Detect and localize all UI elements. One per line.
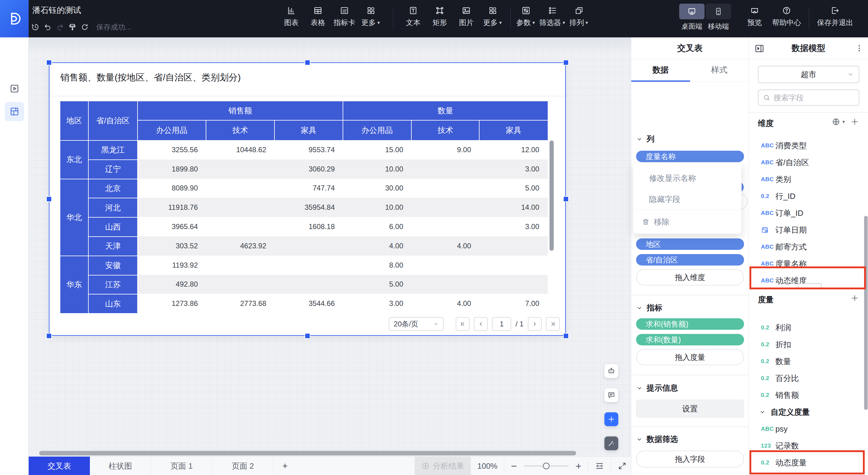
menu-item-rename[interactable]: 修改显示名称: [633, 170, 741, 186]
field-item-度量名称[interactable]: ABC度量名称: [749, 255, 868, 272]
column-pill-province[interactable]: 省/自治区: [636, 254, 744, 266]
field-search-input[interactable]: [774, 94, 843, 102]
globe-dropdown[interactable]: ▼: [832, 117, 846, 126]
add-button[interactable]: [604, 412, 618, 426]
tool-parameters[interactable]: 参数▼: [513, 0, 539, 37]
resize-handle-sw[interactable]: [47, 334, 51, 338]
device-toggle-mobile[interactable]: 移动端: [706, 4, 731, 31]
fit-width-icon[interactable]: [595, 462, 604, 471]
zoom-out-button[interactable]: −: [511, 461, 517, 471]
next-page-button[interactable]: [528, 317, 542, 331]
analysis-result-button[interactable]: 分析结果: [415, 456, 471, 475]
tool-indicator-card[interactable]: 123指标卡: [331, 0, 358, 37]
magic-wand-button[interactable]: [604, 436, 618, 450]
field-item-动态度量[interactable]: 0.2动态度量: [749, 454, 868, 471]
column-pill-region[interactable]: 地区: [636, 238, 744, 250]
filter-section-header[interactable]: 数据筛选: [636, 434, 678, 445]
resize-handle-se[interactable]: [564, 334, 568, 338]
action-preview[interactable]: 预览: [741, 0, 769, 37]
resize-handle-s[interactable]: [305, 334, 310, 338]
zoom-slider-knob[interactable]: [543, 463, 550, 469]
tab-data[interactable]: 数据: [631, 59, 690, 82]
field-item-折扣[interactable]: 0.2折扣: [749, 336, 868, 353]
filter-field-dropzone[interactable]: 拖入字段: [636, 450, 744, 468]
cross-table-widget[interactable]: 销售额、数量(按地区、省/自治区、类别划分) 地区省/自治区销售额数量办公用品技…: [49, 62, 566, 336]
field-item-百分比[interactable]: 0.2百分比: [749, 370, 868, 387]
history-icon[interactable]: [31, 23, 39, 31]
tool-arrange[interactable]: 排列▼: [566, 0, 592, 37]
page-tab-页面 1[interactable]: 页面 1: [151, 456, 212, 475]
field-item-行_ID[interactable]: 0.2行_ID: [749, 188, 868, 205]
tool-chart[interactable]: 图表: [278, 0, 305, 37]
field-item-销售额[interactable]: 0.2销售额: [749, 387, 868, 404]
tool-filters[interactable]: 筛选器▼: [539, 0, 566, 37]
comment-button[interactable]: [604, 388, 618, 402]
field-search-box[interactable]: [758, 90, 859, 106]
device-toggle-desktop[interactable]: 桌面端: [679, 4, 705, 31]
tab-style[interactable]: 样式: [690, 59, 749, 82]
metric-pill-sum-sales[interactable]: 求和(销售额): [636, 318, 744, 330]
add-page-button[interactable]: +: [277, 456, 293, 475]
zoom-slider[interactable]: [524, 462, 569, 470]
expand-icon[interactable]: [618, 462, 627, 471]
field-item-邮寄方式[interactable]: ABC邮寄方式: [749, 238, 868, 255]
columns-section-header[interactable]: 列: [636, 134, 654, 144]
tool-text[interactable]: 文本: [400, 0, 427, 37]
tooltip-section-header[interactable]: 提示信息: [636, 383, 678, 393]
dataset-select[interactable]: 超市: [758, 66, 859, 83]
dimension-dropzone[interactable]: 拖入维度: [636, 269, 744, 285]
prev-page-button[interactable]: [474, 317, 488, 331]
add-dimension-button[interactable]: [850, 117, 859, 126]
page-tab-柱状图[interactable]: 柱状图: [90, 456, 151, 475]
field-item-记录数[interactable]: 123记录数: [749, 437, 868, 454]
tool-image[interactable]: 图片: [453, 0, 479, 37]
tool-rectangle[interactable]: 矩形: [427, 0, 453, 37]
page-tab-交叉表[interactable]: 交叉表: [29, 456, 90, 475]
resize-handle-ne[interactable]: [564, 60, 568, 65]
menu-item-hide-field[interactable]: 隐藏字段: [633, 191, 741, 208]
field-item-利润[interactable]: 0.2利润: [749, 319, 868, 336]
undo-icon[interactable]: [44, 23, 52, 31]
measure-dropzone[interactable]: 拖入度量: [636, 349, 744, 365]
table-vertical-scrollbar[interactable]: [550, 140, 554, 251]
field-group-custom-measures[interactable]: 自定义度量: [749, 404, 868, 420]
ai-assistant-button[interactable]: [604, 364, 618, 378]
metric-pill-sum-quantity[interactable]: 求和(数量): [636, 334, 744, 345]
metrics-section-header[interactable]: 指标: [636, 303, 662, 313]
column-pill-measure-name[interactable]: 度量名称: [636, 151, 744, 162]
resize-handle-nw[interactable]: [47, 60, 51, 65]
tool-more-charts[interactable]: 更多▼: [358, 0, 384, 37]
collapse-panel-icon[interactable]: [754, 43, 765, 54]
field-item-订单日期[interactable]: 订单日期: [749, 222, 868, 238]
field-item-消费类型[interactable]: ABC消费类型: [749, 137, 868, 154]
menu-item-remove[interactable]: 移除: [633, 213, 741, 231]
refresh-icon[interactable]: [81, 23, 89, 31]
sidebar-item-dashboard[interactable]: [5, 102, 24, 121]
design-canvas[interactable]: 销售额、数量(按地区、省/自治区、类别划分) 地区省/自治区销售额数量办公用品技…: [29, 37, 631, 456]
field-item-数量[interactable]: 0.2数量: [749, 353, 868, 370]
resize-handle-e[interactable]: [564, 197, 568, 201]
zoom-in-button[interactable]: +: [576, 461, 582, 471]
add-measure-button[interactable]: [850, 294, 859, 302]
tooltip-settings-button[interactable]: 设置: [636, 400, 744, 418]
resize-handle-w[interactable]: [47, 197, 51, 201]
field-item-省/自治区[interactable]: ABC省/自治区: [749, 154, 868, 171]
page-size-select[interactable]: 20条/页: [389, 317, 444, 331]
field-item-订单_ID[interactable]: ABC订单_ID: [749, 205, 868, 222]
kebab-menu-icon[interactable]: [855, 44, 864, 53]
redo-icon[interactable]: [56, 23, 64, 31]
sidebar-item-slides[interactable]: [5, 79, 24, 98]
tool-more-insert[interactable]: 更多▼: [479, 0, 506, 37]
page-tab-页面 2[interactable]: 页面 2: [212, 456, 274, 475]
field-item-类别[interactable]: ABC类别: [749, 171, 868, 188]
tool-table[interactable]: 表格: [305, 0, 331, 37]
resize-handle-n[interactable]: [305, 60, 310, 65]
field-item-psy[interactable]: ABCpsy: [749, 420, 868, 437]
app-logo[interactable]: [0, 0, 29, 37]
first-page-button[interactable]: [456, 317, 470, 331]
format-brush-icon[interactable]: [68, 23, 76, 31]
canvas-horizontal-scrollbar[interactable]: [39, 451, 576, 455]
panel-scrollbar[interactable]: [864, 216, 868, 410]
page-number-input[interactable]: [492, 317, 511, 331]
action-save-exit[interactable]: 保存并退出: [813, 0, 857, 37]
